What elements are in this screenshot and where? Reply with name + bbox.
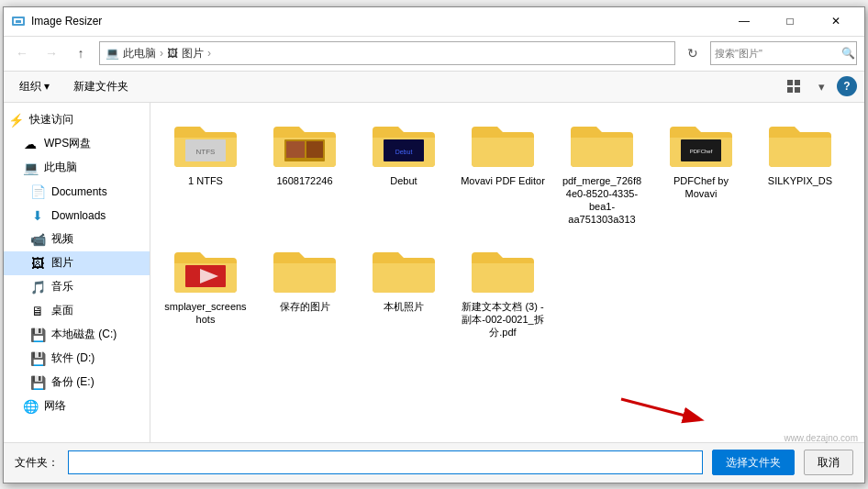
file-area: NTFS 1 NTFS 16 [150,103,864,442]
address-folder-name: 图片 [182,46,204,61]
file-item-smplayer[interactable]: smplayer_screenshots [160,238,251,343]
folder-icon-1608 [272,116,338,171]
app-icon [11,14,26,28]
refresh-button[interactable]: ↻ [683,43,703,63]
bottom-bar: 文件夹： 选择文件夹 取消 [4,442,864,483]
sidebar-label-pictures: 图片 [51,255,73,271]
sidebar-item-disk-c[interactable]: 💾 本地磁盘 (C:) [4,323,150,347]
folder-icon-debut: Debut [371,116,437,171]
file-label-silkypix: SILKYPIX_DS [768,174,832,187]
close-button[interactable]: ✕ [815,6,857,36]
search-input[interactable] [715,48,841,59]
forward-button[interactable]: → [40,42,62,64]
folder-icon-savedimages [272,241,338,296]
file-item-savedimages[interactable]: 保存的图片 [259,238,351,343]
file-item-debut[interactable]: Debut Debut [358,112,450,230]
maximize-button[interactable]: □ [769,6,811,36]
sidebar-item-documents[interactable]: 📄 Documents [4,180,150,204]
documents-icon: 📄 [29,184,46,199]
sidebar-label-videos: 视频 [51,231,73,247]
downloads-icon: ⬇ [29,208,46,223]
folder-icon-cameraroll [371,241,437,296]
view-controls: ▾ ? [782,74,857,98]
window-controls: — □ ✕ [723,6,857,36]
sidebar: ⚡ 快速访问 ☁ WPS网盘 💻 此电脑 📄 Documents [4,103,150,442]
sidebar-label-thispc: 此电脑 [44,160,77,175]
file-label-debut: Debut [390,174,417,187]
music-icon: 🎵 [29,280,46,295]
sidebar-item-wps[interactable]: ☁ WPS网盘 [4,132,150,156]
sidebar-label-music: 音乐 [51,279,73,295]
sidebar-item-thispc[interactable]: 💻 此电脑 [4,156,150,180]
sidebar-label-network: 网络 [44,398,66,414]
file-item-newdoc[interactable]: 新建文本文档 (3) - 副本-002-0021_拆分.pdf [457,238,549,343]
sidebar-label-downloads: Downloads [51,209,106,222]
svg-rect-3 [787,80,793,85]
file-item-silkypix[interactable]: SILKYPIX_DS [754,112,846,230]
view-dropdown-button[interactable]: ▾ [809,74,833,98]
file-label-savedimages: 保存的图片 [280,300,330,313]
folder-icon-ntfs: NTFS [172,116,239,171]
select-folder-button[interactable]: 选择文件夹 [712,450,795,475]
sidebar-label-quickaccess: 快速访问 [29,112,73,128]
svg-text:Debut: Debut [395,149,413,155]
organize-button[interactable]: 组织 ▾ [11,74,58,98]
svg-rect-2 [16,20,21,23]
file-label-smplayer: smplayer_screenshots [163,300,248,327]
sidebar-item-pictures[interactable]: 🖼 图片 [4,251,150,275]
folder-icon-smplayer [172,241,239,296]
help-button[interactable]: ? [837,76,857,96]
sidebar-item-downloads[interactable]: ⬇ Downloads [4,204,150,228]
address-thispc: 此电脑 [123,46,156,61]
disk-c-icon: 💾 [29,328,46,342]
file-label-movavipdf: Movavi PDF Editor [461,174,545,187]
folder-icon-movavipdf [470,116,536,171]
file-item-pdfmerge[interactable]: pdf_merge_726f84e0-8520-4335-bea1-aa7513… [556,112,648,230]
svg-text:NTFS: NTFS [196,148,216,156]
navigation-toolbar: ← → ↑ 💻 此电脑 › 🖼 图片 › ↻ 🔍 [4,37,864,72]
file-label-pdfmerge: pdf_merge_726f84e0-8520-4335-bea1-aa7513… [560,174,644,227]
search-bar[interactable]: 🔍 [710,41,857,65]
file-label-cameraroll: 本机照片 [384,300,424,313]
new-folder-button[interactable]: 新建文件夹 [65,74,137,98]
sidebar-item-network[interactable]: 🌐 网络 [4,395,150,418]
address-folder-icon: 🖼 [167,47,178,60]
sidebar-item-quickaccess[interactable]: ⚡ 快速访问 [4,108,150,132]
view-mode-button[interactable] [782,74,806,98]
svg-rect-11 [306,141,323,158]
search-button[interactable]: 🔍 [841,47,855,60]
file-item-1608[interactable]: 1608172246 [259,112,351,230]
minimize-button[interactable]: — [723,6,765,36]
folder-icon-pdfmerge [569,116,635,171]
file-item-pdfchef[interactable]: PDFChef PDFChef by Movavi [655,112,747,230]
folder-label: 文件夹： [15,455,59,471]
file-label-pdfchef: PDFChef by Movavi [659,174,743,201]
network-icon: 🌐 [22,399,39,414]
action-bar: 组织 ▾ 新建文件夹 ▾ ? [4,72,864,103]
file-item-movavipdf[interactable]: Movavi PDF Editor [457,112,549,230]
folder-icon-newdoc [470,241,536,296]
address-bar[interactable]: 💻 此电脑 › 🖼 图片 › [99,41,675,65]
file-item-cameraroll[interactable]: 本机照片 [358,238,450,343]
videos-icon: 📹 [29,232,46,247]
back-button[interactable]: ← [11,42,33,64]
desktop-icon: 🖥 [29,304,46,318]
up-button[interactable]: ↑ [70,42,92,64]
sidebar-item-music[interactable]: 🎵 音乐 [4,275,150,299]
sidebar-item-disk-d[interactable]: 💾 软件 (D:) [4,347,150,371]
file-item-ntfs[interactable]: NTFS 1 NTFS [160,112,251,230]
folder-icon-pdfchef: PDFChef [668,116,734,171]
sidebar-label-disk-c: 本地磁盘 (C:) [51,327,117,342]
svg-rect-4 [795,80,800,85]
svg-rect-10 [286,141,305,158]
cancel-button[interactable]: 取消 [804,450,853,475]
folder-input[interactable] [68,450,703,474]
sidebar-label-disk-d: 软件 (D:) [51,350,95,366]
sidebar-item-disk-e[interactable]: 💾 备份 (E:) [4,371,150,395]
disk-d-icon: 💾 [29,351,46,366]
sidebar-item-desktop[interactable]: 🖥 桌面 [4,299,150,323]
disk-e-icon: 💾 [29,375,46,390]
window-title: Image Resizer [31,15,723,28]
sidebar-item-videos[interactable]: 📹 视频 [4,228,150,251]
main-content: ⚡ 快速访问 ☁ WPS网盘 💻 此电脑 📄 Documents [4,103,864,442]
